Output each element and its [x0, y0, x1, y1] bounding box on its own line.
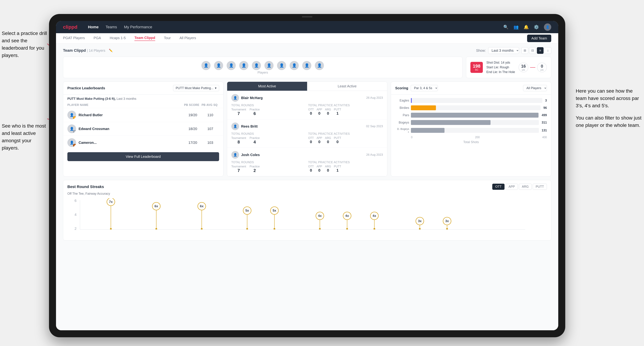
users-icon[interactable]: 👥 [514, 25, 519, 29]
player-avatar-9[interactable]: 👤 [302, 61, 312, 70]
subnav-all-players[interactable]: All Players [180, 36, 196, 41]
player-avatar-10[interactable]: 👤 [314, 61, 324, 70]
lb-score-1: 19/20 [184, 113, 202, 117]
filter-btn-ott[interactable]: OTT [492, 184, 504, 190]
filter-btn-app[interactable]: APP [506, 184, 518, 190]
view-icon-list[interactable]: ≡ [537, 47, 544, 54]
filter-btn-arg[interactable]: ARG [519, 184, 532, 190]
svg-text:3x: 3x [418, 219, 422, 223]
leaderboard-header: Practice Leaderboards PUTT Must Make Put… [63, 82, 223, 95]
active-name-1: Blair McHarg [241, 96, 263, 100]
team-title-group: Team Clippd | 14 Players ✏️ [63, 48, 113, 53]
nav-link-home[interactable]: Home [88, 25, 98, 29]
show-select[interactable]: Last 3 months Last month Last 6 months L… [488, 47, 519, 54]
bar-label-bogeys: Bogeys [395, 121, 409, 124]
active-name-3: Josh Coles [241, 153, 260, 157]
lb-avg-2: 107 [202, 127, 219, 131]
nav-logo: clippd [63, 24, 77, 30]
players-label: Players [68, 71, 457, 74]
bar-row-pars: Pars 499 [395, 113, 547, 118]
x-label-0: 0 [411, 136, 412, 139]
bar-value-eagles: 3 [545, 99, 547, 102]
shot-circles: 16 yds 0 yds [518, 63, 547, 72]
settings-icon[interactable]: ⚙️ [534, 25, 539, 29]
subnav-pga[interactable]: PGA [94, 36, 101, 41]
shot-connector [530, 67, 535, 68]
bar-label-double: D. Bogeys + [395, 127, 409, 133]
active-date-2: 02 Sep 2023 [366, 125, 383, 128]
bell-icon[interactable]: 🔔 [524, 25, 529, 29]
active-name-2: Rees Britt [241, 124, 258, 128]
lb-player-info-1: 👤 1 Richard Butler [68, 111, 184, 119]
show-controls: Show: Last 3 months Last month Last 6 mo… [476, 47, 551, 54]
leaderboard-subtitle: PUTT Must Make Putting (3-6 ft), Last 3 … [63, 95, 223, 102]
active-player-card-3: 👤 Josh Coles 26 Aug 2023 Total Rounds To… [227, 148, 387, 176]
lb-row-3: 👤 3 Cameron... 17/20 103 [63, 136, 223, 149]
subnav-pgat[interactable]: PGAT Players [63, 36, 85, 41]
view-full-leaderboard-button[interactable]: View Full Leaderboard [68, 152, 219, 161]
svg-text:7x: 7x [109, 200, 113, 204]
tab-least-active[interactable]: Least Active [307, 82, 387, 91]
player-avatar-2[interactable]: 👤 [214, 61, 224, 70]
tablet-screen: clippd Home Teams My Performance 🔍 👥 🔔 ⚙… [56, 21, 558, 330]
shot-distance-unit: SC [473, 68, 480, 71]
players-card: 👤 👤 👤 👤 👤 👤 👤 👤 👤 👤 Players [63, 57, 462, 78]
subnav-hcaps[interactable]: Hcaps 1-5 [110, 36, 126, 41]
scoring-card: Scoring Par 3, 4 & 5s Par 3s Par 4s Par … [391, 82, 551, 176]
svg-text:4: 4 [74, 213, 77, 216]
subnav-tour[interactable]: Tour [164, 36, 171, 41]
active-players-card: Most Active Least Active 👤 Blair McHarg … [227, 82, 388, 176]
player-avatar-7[interactable]: 👤 [277, 61, 286, 70]
edit-team-icon[interactable]: ✏️ [109, 49, 113, 52]
active-avatar-1: 👤 [231, 94, 239, 102]
player-avatar-6[interactable]: 👤 [264, 61, 274, 70]
player-avatar-4[interactable]: 👤 [239, 61, 249, 70]
player-count: | 14 Players [87, 49, 105, 52]
players-row: 👤 👤 👤 👤 👤 👤 👤 👤 👤 👤 Players [63, 57, 551, 78]
player-avatars: 👤 👤 👤 👤 👤 👤 👤 👤 👤 👤 [201, 60, 324, 71]
streaks-subtitle: Off The Tee, Fairway Accuracy [68, 192, 547, 195]
nav-link-teams[interactable]: Teams [106, 25, 117, 29]
chart-x-title: Total Shots [395, 140, 547, 144]
shot-start-lie: Start Lie: Rough [486, 65, 515, 70]
team-name: Team Clippd | 14 Players [63, 48, 105, 53]
active-date-1: 26 Aug 2023 [366, 96, 383, 100]
practice-leaderboard-card: Practice Leaderboards PUTT Must Make Put… [63, 82, 224, 176]
view-icon-chart[interactable]: ↕ [544, 47, 551, 54]
player-avatar-3[interactable]: 👤 [226, 61, 236, 70]
scoring-title: Scoring [395, 86, 408, 90]
bar-fill-pars [411, 113, 538, 118]
avatar[interactable]: 👤 [544, 23, 551, 31]
view-icon-grid-2[interactable]: ⊞ [522, 47, 528, 54]
chevron-down-icon: ▾ [215, 86, 216, 90]
leaderboard-title: Practice Leaderboards [68, 86, 105, 90]
scoring-par-filter[interactable]: Par 3, 4 & 5s Par 3s Par 4s Par 5s [411, 85, 438, 91]
bar-value-bogeys: 311 [542, 121, 547, 124]
main-content: Team Clippd | 14 Players ✏️ Show: Last 3… [56, 44, 558, 330]
lb-rank-badge-2: 2 [73, 130, 76, 133]
bar-fill-bogeys [411, 120, 490, 125]
tab-most-active[interactable]: Most Active [227, 82, 307, 91]
leaderboard-dropdown[interactable]: PUTT Must Make Putting... ▾ [173, 85, 219, 91]
stats-grid-3: Total Rounds Tournament 7 Practice 2 [231, 161, 383, 173]
add-team-button[interactable]: Add Team [527, 35, 551, 42]
shot-dist-text: Shot Dist: 14 yds [486, 60, 515, 65]
bar-track-bogeys [411, 120, 539, 125]
svg-text:4x: 4x [345, 214, 349, 218]
annotation-bottom-left: See who is the most and least active amo… [2, 122, 49, 152]
streaks-section: Best Round Streaks OTT APP ARG PUTT Off … [63, 180, 551, 240]
player-avatar-1[interactable]: 👤 [201, 61, 211, 70]
nav-bar: clippd Home Teams My Performance 🔍 👥 🔔 ⚙… [56, 21, 558, 33]
nav-link-performance[interactable]: My Performance [124, 25, 152, 29]
bar-track-pars [411, 113, 539, 118]
search-icon[interactable]: 🔍 [503, 25, 508, 29]
player-avatar-5[interactable]: 👤 [252, 61, 261, 70]
svg-text:2: 2 [74, 227, 77, 230]
lb-player-info-3: 👤 3 Cameron... [68, 138, 184, 147]
view-icon-grid-3[interactable]: ⊟ [529, 47, 536, 54]
player-avatar-8[interactable]: 👤 [289, 61, 299, 70]
scoring-player-filter[interactable]: All Players [523, 85, 547, 91]
nav-links: Home Teams My Performance [88, 25, 503, 29]
filter-btn-putt[interactable]: PUTT [533, 184, 547, 190]
subnav-team-clippd[interactable]: Team Clippd [134, 36, 155, 41]
